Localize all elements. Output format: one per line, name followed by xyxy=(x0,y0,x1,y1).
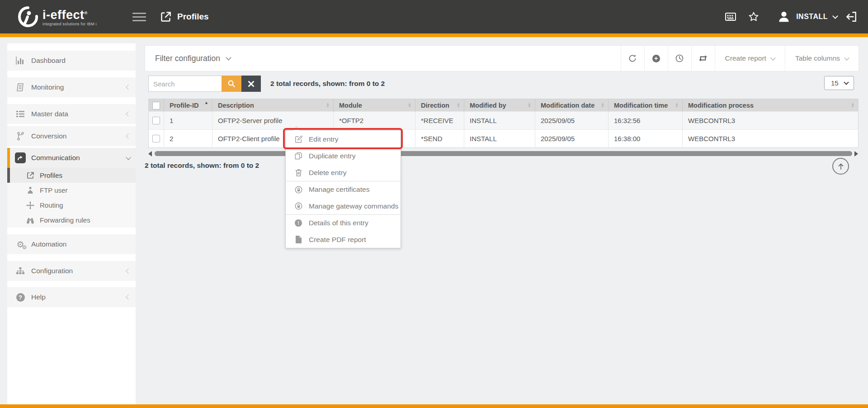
branch-icon xyxy=(14,132,26,141)
page-size-select[interactable]: 15 xyxy=(824,76,854,90)
add-entry-button[interactable]: + xyxy=(644,46,668,71)
sidebar: Dashboard Monitoring Master data Convers… xyxy=(7,43,136,404)
menu-toggle-icon[interactable] xyxy=(132,10,146,24)
sidebar-item-dashboard[interactable]: Dashboard xyxy=(7,51,136,71)
search-input[interactable] xyxy=(148,76,222,92)
sidebar-item-label: Monitoring xyxy=(31,83,127,91)
search-button[interactable] xyxy=(222,76,241,92)
chevron-left-icon xyxy=(126,133,131,138)
user-menu[interactable]: INSTALL xyxy=(777,10,837,24)
lock-icon xyxy=(294,202,303,210)
table-header-row: Profile-ID▲ Description▲▼ Module▲▼ Direc… xyxy=(149,99,859,112)
table-row[interactable]: 1 OFTP2-Server profile *OFTP2 *RECEIVE I… xyxy=(149,112,859,130)
column-header-modification-date[interactable]: Modification date▲▼ xyxy=(535,99,609,112)
sidebar-item-master-data[interactable]: Master data xyxy=(7,104,136,124)
scroll-to-top-button[interactable] xyxy=(832,158,849,175)
context-menu-manage-certificates[interactable]: Manage certificates xyxy=(286,181,401,198)
cell-direction: *RECEIVE xyxy=(415,112,464,130)
sidebar-subitem-label: Profiles xyxy=(40,171,62,179)
table-columns-dropdown[interactable]: Table columns xyxy=(785,46,859,71)
column-header-profile-id[interactable]: Profile-ID▲ xyxy=(164,99,212,112)
binoculars-icon xyxy=(25,217,35,224)
sidebar-subitem-forwarding-rules[interactable]: Forwarding rules xyxy=(7,213,136,228)
sidebar-item-help[interactable]: ? Help xyxy=(7,287,136,307)
row-checkbox[interactable] xyxy=(152,117,160,124)
context-menu-duplicate-entry[interactable]: Duplicate entry xyxy=(286,147,401,164)
cell-profile-id: 1 xyxy=(164,112,212,130)
context-menu-delete-entry[interactable]: Delete entry xyxy=(286,164,401,181)
cell-modification-time: 16:32:56 xyxy=(609,112,683,130)
chevron-down-icon xyxy=(770,55,775,60)
select-all-checkbox[interactable] xyxy=(152,102,160,109)
lock-icon xyxy=(294,186,303,194)
sidebar-item-conversion[interactable]: Conversion xyxy=(7,126,136,146)
create-report-label: Create report xyxy=(725,54,766,62)
context-menu-details-of-entry[interactable]: ! Details of this entry xyxy=(286,214,401,231)
chevron-left-icon xyxy=(126,268,131,273)
logout-icon[interactable] xyxy=(845,11,857,23)
i-effect-logo[interactable]: i-effect® integrated solutions for IBM i xyxy=(17,6,121,28)
column-header-modification-time[interactable]: Modification time▲▼ xyxy=(609,99,683,112)
logo-subtitle: integrated solutions for IBM i xyxy=(42,22,97,26)
sort-icons: ▲▼ xyxy=(675,103,679,108)
chevron-down-icon xyxy=(226,55,231,61)
sidebar-item-label: Help xyxy=(31,293,127,301)
sidebar-item-label: Automation xyxy=(31,240,130,248)
cell-modification-time: 16:38:00 xyxy=(609,130,683,148)
sidebar-item-monitoring[interactable]: Monitoring xyxy=(7,77,136,97)
sidebar-subitem-label: Routing xyxy=(40,201,63,209)
help-icon: ? xyxy=(14,293,26,302)
cell-modification-date: 2025/09/05 xyxy=(535,130,609,148)
keyboard-icon[interactable] xyxy=(725,12,736,22)
move-arrows-icon xyxy=(25,201,35,209)
sort-icons: ▲▼ xyxy=(601,103,604,108)
row-context-menu: Edit entry Duplicate entry Delete entry … xyxy=(285,130,401,248)
favorites-star-icon[interactable] xyxy=(748,11,759,22)
chevron-left-icon xyxy=(126,85,131,90)
sort-icons: ▲▼ xyxy=(528,103,531,108)
create-report-dropdown[interactable]: Create report xyxy=(715,46,785,71)
chevron-down-icon xyxy=(832,13,838,19)
table-columns-label: Table columns xyxy=(795,54,840,62)
records-summary-bottom: 2 total records, shown: from 0 to 2 xyxy=(145,161,259,170)
column-header-direction[interactable]: Direction▲▼ xyxy=(415,99,464,112)
top-header: i-effect® integrated solutions for IBM i… xyxy=(0,0,868,33)
transfer-button[interactable] xyxy=(691,46,715,71)
column-header-modified-by[interactable]: Modified by▲▼ xyxy=(464,99,535,112)
column-header-description[interactable]: Description▲▼ xyxy=(212,99,334,112)
sidebar-subitem-profiles[interactable]: Profiles xyxy=(7,168,136,183)
user-avatar-icon xyxy=(777,10,791,24)
history-button[interactable] xyxy=(668,46,691,71)
sidebar-item-communication[interactable]: Communication xyxy=(7,148,136,168)
records-summary-top: 2 total records, shown: from 0 to 2 xyxy=(270,76,385,92)
refresh-button[interactable] xyxy=(621,46,644,71)
scrollbar-thumb[interactable] xyxy=(155,151,852,156)
sidebar-subitem-label: Forwarding rules xyxy=(40,216,90,224)
filter-configuration-toggle[interactable]: Filter configuration xyxy=(145,46,621,71)
scroll-right-arrow-icon[interactable] xyxy=(854,151,858,157)
sort-asc-icon: ▲ xyxy=(204,100,208,105)
cell-direction: *SEND xyxy=(415,130,464,148)
accent-bar-bottom xyxy=(0,404,868,408)
context-menu-create-pdf-report[interactable]: Create PDF report xyxy=(286,231,401,248)
clear-search-button[interactable] xyxy=(241,76,261,92)
row-checkbox[interactable] xyxy=(152,135,160,142)
horizontal-scrollbar[interactable] xyxy=(148,151,858,157)
table-row[interactable]: 2 OFTP2-Client profile *SEND INSTALL 202… xyxy=(149,130,859,148)
sidebar-subitem-ftp-user[interactable]: FTP user xyxy=(7,183,136,198)
context-menu-manage-gateway-commands[interactable]: Manage gateway commands xyxy=(286,198,401,214)
context-menu-edit-entry[interactable]: Edit entry xyxy=(286,131,401,147)
sort-icons: ▲▼ xyxy=(851,103,854,108)
chevron-down-icon xyxy=(844,55,849,60)
sidebar-item-configuration[interactable]: Configuration xyxy=(7,261,136,281)
sidebar-subitem-routing[interactable]: Routing xyxy=(7,198,136,213)
page-size-value: 15 xyxy=(831,79,844,87)
edit-icon xyxy=(294,135,303,143)
column-header-modification-process[interactable]: Modification process▲▼ xyxy=(683,99,859,112)
sort-icons: ▲▼ xyxy=(326,103,330,108)
scroll-left-arrow-icon[interactable] xyxy=(148,151,152,157)
sidebar-item-automation[interactable]: ⚙⚙ Automation xyxy=(7,234,136,254)
column-header-module[interactable]: Module▲▼ xyxy=(334,99,415,112)
sidebar-item-label: Master data xyxy=(31,110,127,118)
search-icon xyxy=(227,80,236,88)
